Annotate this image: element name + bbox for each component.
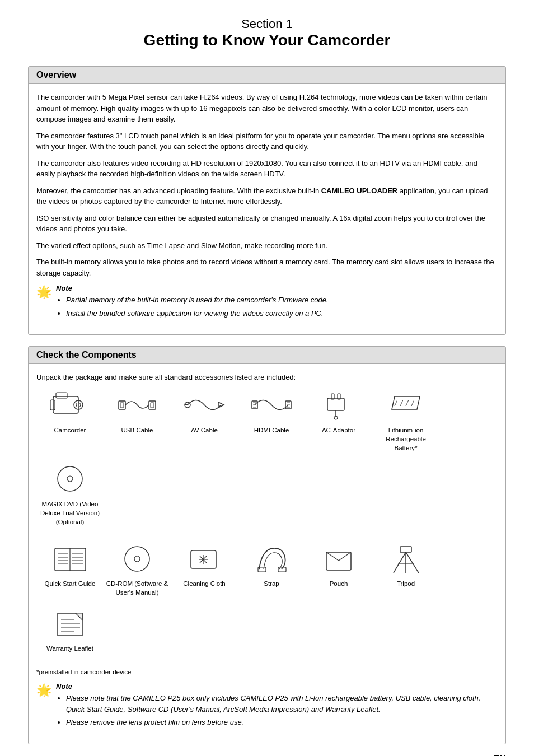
overview-para-4: Moreover, the camcorder has an advanced … [36, 185, 498, 207]
component-usb-cable: USB Cable [104, 389, 171, 452]
components-row-1: Camcorder USB Cable [36, 389, 498, 537]
note-icon-2: 🌟 [36, 683, 51, 698]
comp-note-item-1: Please note that the CAMILEO P25 box onl… [66, 693, 498, 715]
svg-rect-1 [56, 393, 67, 398]
usb-cable-label: USB Cable [121, 426, 153, 435]
overview-title: Overview [29, 67, 505, 84]
svg-line-28 [406, 400, 409, 406]
svg-line-55 [394, 552, 406, 573]
section-number: Section 1 [28, 17, 506, 31]
overview-para-3: The camcorder also features video record… [36, 158, 498, 180]
component-cd-rom: CD-ROM (Software & User's Manual) [104, 542, 171, 597]
overview-para-7: The built-in memory allows you to take p… [36, 256, 498, 278]
svg-rect-4 [50, 400, 55, 410]
note-item-1: Partial memory of the built-in memory is… [66, 295, 498, 306]
component-cleaning-cloth: Cleaning Cloth [171, 542, 238, 597]
component-battery: Lithiunm-ion Rechargeable Battery* [372, 389, 439, 452]
svg-point-30 [58, 466, 82, 491]
strap-label: Strap [264, 579, 279, 588]
cleaning-cloth-icon [182, 542, 227, 576]
quick-start-icon [48, 542, 92, 576]
svg-marker-60 [76, 613, 82, 620]
note-icon: 🌟 [36, 285, 51, 300]
svg-line-27 [400, 400, 403, 406]
hdmi-cable-icon [249, 389, 294, 422]
strap-icon [249, 542, 294, 576]
comp-note-item-2: Please remove the lens protect film on l… [66, 717, 498, 728]
component-hdmi-cable: HDMI Cable [238, 389, 305, 452]
hdmi-cable-label: HDMI Cable [254, 426, 289, 435]
overview-content: The camcorder with 5 Mega Pixel sensor c… [29, 84, 505, 334]
svg-rect-6 [120, 403, 124, 408]
svg-point-43 [134, 556, 140, 562]
pouch-icon [316, 542, 361, 576]
svg-line-26 [395, 400, 397, 406]
note-title-2: Note [56, 682, 498, 690]
component-dvd: MAGIX DVD (Video Deluxe Trial Version) (… [36, 463, 104, 526]
cd-rom-label: CD-ROM (Software & User's Manual) [106, 579, 168, 597]
dvd-icon [48, 463, 92, 496]
note-content-2: Note Please note that the CAMILEO P25 bo… [56, 682, 498, 730]
cd-rom-icon [115, 542, 160, 576]
section-title: Getting to Know Your Camcorder [28, 31, 506, 49]
component-tripod: Tripod [372, 542, 439, 597]
components-content: Unpack the package and make sure all sta… [29, 364, 505, 744]
note-item-2: Install the bundled software application… [66, 308, 498, 319]
components-note: 🌟 Note Please note that the CAMILEO P25 … [36, 682, 498, 730]
component-ac-adaptor: AC-Adaptor [305, 389, 372, 452]
component-quick-start: Quick Start Guide [36, 542, 104, 597]
component-pouch: Pouch [305, 542, 372, 597]
dvd-label: MAGIX DVD (Video Deluxe Trial Version) (… [39, 500, 101, 526]
components-title: Check the Components [29, 347, 505, 364]
cleaning-cloth-label: Cleaning Cloth [183, 579, 225, 588]
quick-start-label: Quick Start Guide [45, 579, 96, 588]
warranty-leaflet-icon [48, 607, 92, 641]
components-row-2: Quick Start Guide CD-ROM (Software & Use… [36, 542, 498, 663]
note-title: Note [56, 284, 498, 292]
svg-point-42 [125, 547, 149, 571]
av-cable-label: AV Cable [191, 426, 218, 435]
overview-para-5: ISO sensitivity and color balance can ei… [36, 213, 498, 235]
warranty-leaflet-label: Warranty Leaflet [46, 644, 93, 653]
svg-line-52 [326, 552, 339, 561]
components-section: Check the Components Unpack the package … [28, 346, 506, 744]
component-camcorder: Camcorder [36, 389, 104, 452]
overview-para-6: The varied effect options, such as Time … [36, 240, 498, 251]
camcorder-icon [48, 389, 92, 422]
svg-rect-7 [149, 401, 156, 409]
battery-label: Lithiunm-ion Rechargeable Battery* [374, 426, 437, 452]
components-intro: Unpack the package and make sure all sta… [36, 372, 498, 383]
svg-line-29 [411, 400, 414, 406]
svg-rect-20 [327, 398, 344, 410]
svg-point-31 [67, 476, 73, 482]
svg-rect-54 [400, 547, 411, 552]
svg-line-53 [339, 552, 351, 561]
page-header: Section 1 Getting to Know Your Camcorder [28, 11, 506, 49]
av-cable-icon [182, 389, 227, 422]
svg-rect-5 [119, 401, 125, 409]
component-av-cable: AV Cable [171, 389, 238, 452]
usb-cable-icon [115, 389, 160, 422]
pouch-label: Pouch [330, 579, 348, 588]
components-note-list: Please note that the CAMILEO P25 box onl… [56, 693, 498, 728]
preinstalled-note: *preinstalled in camcorder device [36, 669, 498, 675]
battery-icon [383, 389, 428, 422]
overview-note: 🌟 Note Partial memory of the built-in me… [36, 284, 498, 321]
overview-section: Overview The camcorder with 5 Mega Pixel… [28, 66, 506, 335]
camcorder-label: Camcorder [54, 426, 86, 435]
svg-line-56 [406, 552, 419, 573]
ac-adaptor-label: AC-Adaptor [322, 426, 355, 435]
ac-adaptor-icon [316, 389, 361, 422]
component-warranty: Warranty Leaflet [36, 607, 104, 653]
overview-para-1: The camcorder with 5 Mega Pixel sensor c… [36, 92, 498, 125]
component-strap: Strap [238, 542, 305, 597]
tripod-icon [383, 542, 428, 576]
note-content: Note Partial memory of the built-in memo… [56, 284, 498, 321]
overview-note-list: Partial memory of the built-in memory is… [56, 295, 498, 319]
overview-para-2: The camcorder features 3" LCD touch pane… [36, 130, 498, 152]
tripod-label: Tripod [397, 579, 415, 588]
svg-rect-8 [151, 403, 154, 408]
svg-rect-0 [53, 396, 78, 413]
